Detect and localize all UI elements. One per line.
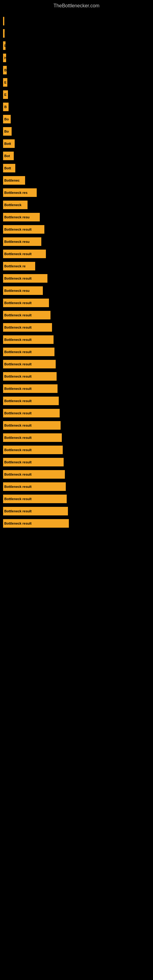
bars-container: ||EHBEEBBoBoBottBotBottBottlenecBottlene… <box>0 10 153 534</box>
result-bar: Bottleneck result <box>3 225 45 234</box>
result-bar: Bottleneck result <box>3 519 69 528</box>
result-bar: Bottleneck result <box>3 274 48 283</box>
bar-row: Bottleneck result <box>3 347 150 357</box>
result-bar: E <box>3 78 7 87</box>
site-title-container: TheBottlenecker.com <box>0 0 153 10</box>
result-bar: Bottleneck resu <box>3 213 40 221</box>
result-bar: B <box>3 103 9 111</box>
bar-row: Bott <box>3 163 150 173</box>
bar-row: Bottleneck result <box>3 519 150 528</box>
result-bar: Bottleneck re <box>3 262 35 270</box>
bar-row: Bottleneck result <box>3 420 150 430</box>
bar-row: Bottleneck result <box>3 310 150 320</box>
bar-row: Bottleneck result <box>3 274 150 283</box>
bar-row: Bottleneck res <box>3 188 150 197</box>
result-bar: Bottleneck <box>3 200 27 209</box>
result-bar: H <box>3 54 6 62</box>
bar-row: Bottleneck result <box>3 323 150 332</box>
bar-row: Bottleneck result <box>3 359 150 369</box>
bar-row: Bottleneck result <box>3 224 150 234</box>
result-bar: Bottleneck result <box>3 495 67 503</box>
bar-row: Bottlenec <box>3 175 150 185</box>
bar-row: Bottleneck <box>3 200 150 210</box>
result-bar: Bottleneck result <box>3 507 68 515</box>
result-bar: Bot <box>3 151 14 160</box>
bar-row: E <box>3 90 150 100</box>
result-bar: | <box>3 29 5 38</box>
bar-row: Bottleneck resu <box>3 237 150 247</box>
bar-row: Bottleneck resu <box>3 212 150 222</box>
bar-row: Bottleneck result <box>3 469 150 479</box>
result-bar: Bottleneck resu <box>3 286 43 295</box>
bar-row: Bottleneck result <box>3 384 150 393</box>
result-bar: Bottleneck result <box>3 250 46 258</box>
result-bar: Bottleneck resu <box>3 237 41 246</box>
bar-row: Bot <box>3 151 150 161</box>
bar-row: Bottleneck result <box>3 457 150 467</box>
bar-row: | <box>3 29 150 38</box>
result-bar: Bottleneck result <box>3 458 64 466</box>
bar-row: Bottleneck result <box>3 298 150 308</box>
result-bar: E <box>3 41 5 50</box>
result-bar: | <box>3 17 4 25</box>
result-bar: Bott <box>3 164 15 172</box>
bar-row: Bottleneck result <box>3 494 150 504</box>
bar-row: Bottleneck re <box>3 261 150 271</box>
bar-row: H <box>3 53 150 63</box>
result-bar: Bottleneck result <box>3 445 63 454</box>
bar-row: | <box>3 16 150 26</box>
result-bar: Bottleneck result <box>3 323 52 332</box>
result-bar: Bottleneck result <box>3 421 61 430</box>
result-bar: Bottlenec <box>3 176 25 185</box>
result-bar: Bott <box>3 139 15 148</box>
bar-row: Bottleneck result <box>3 433 150 442</box>
result-bar: Bottleneck result <box>3 335 54 344</box>
result-bar: Bottleneck result <box>3 372 57 381</box>
bar-row: Bottleneck result <box>3 249 150 259</box>
bar-row: Bottleneck result <box>3 445 150 455</box>
result-bar: Bottleneck result <box>3 396 59 405</box>
result-bar: Bottleneck result <box>3 409 60 417</box>
bar-row: E <box>3 78 150 87</box>
result-bar: Bottleneck result <box>3 360 56 368</box>
result-bar: Bottleneck result <box>3 348 54 356</box>
bar-row: Bottleneck result <box>3 408 150 418</box>
bar-row: B <box>3 102 150 112</box>
result-bar: Bottleneck result <box>3 433 62 442</box>
bar-row: E <box>3 41 150 51</box>
bar-row: Bott <box>3 139 150 148</box>
bar-row: Bottleneck result <box>3 371 150 381</box>
result-bar: Bo <box>3 127 12 136</box>
result-bar: B <box>3 66 7 75</box>
site-title: TheBottlenecker.com <box>0 0 153 10</box>
bar-row: Bo <box>3 126 150 136</box>
result-bar: Bottleneck result <box>3 384 57 393</box>
bar-row: Bottleneck resu <box>3 286 150 296</box>
bar-row: Bottleneck result <box>3 396 150 406</box>
bar-row: Bottleneck result <box>3 506 150 516</box>
result-bar: Bottleneck result <box>3 311 51 320</box>
result-bar: Bottleneck res <box>3 188 37 197</box>
bar-row: Bo <box>3 114 150 124</box>
result-bar: Bottleneck result <box>3 482 66 491</box>
result-bar: Bo <box>3 115 11 123</box>
result-bar: E <box>3 90 8 99</box>
bar-row: Bottleneck result <box>3 482 150 492</box>
result-bar: Bottleneck result <box>3 470 65 479</box>
result-bar: Bottleneck result <box>3 299 49 307</box>
bar-row: Bottleneck result <box>3 335 150 345</box>
bar-row: B <box>3 65 150 75</box>
